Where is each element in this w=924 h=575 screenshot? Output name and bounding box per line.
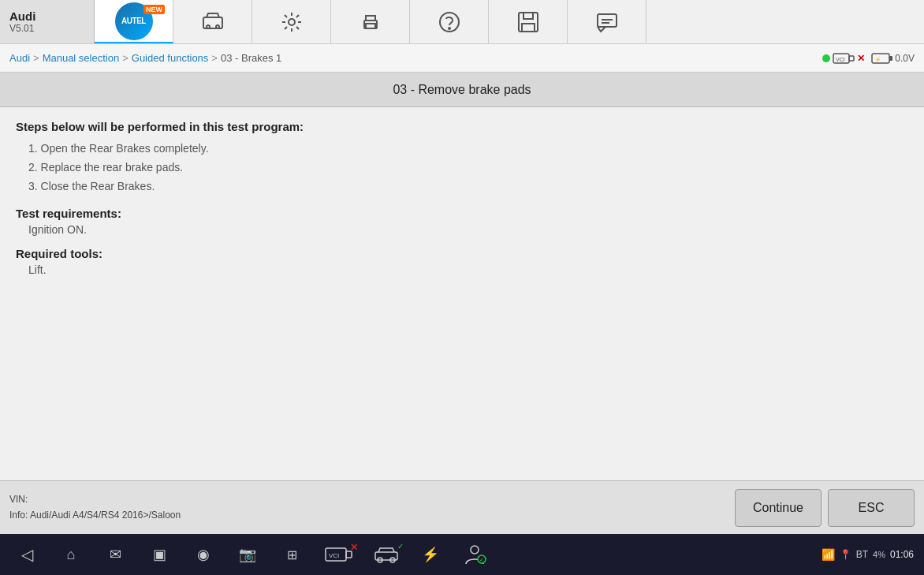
save-icon	[516, 9, 541, 35]
test-requirements-label: Test requirements:	[16, 207, 908, 220]
page-title: 03 - Remove brake pads	[393, 83, 531, 97]
breadcrumb-sep-1: >	[33, 52, 39, 64]
taskbar-browser-button[interactable]: ◉	[183, 537, 224, 572]
main-content: Steps below will be performed in this te…	[0, 107, 924, 480]
time-display: 01:06	[890, 549, 918, 560]
vci-connected-dot	[822, 54, 830, 62]
bluetooth-label: BT	[856, 549, 868, 560]
nav-scan-button[interactable]	[173, 0, 252, 43]
breadcrumb: Audi > Manual selection > Guided functio…	[9, 52, 281, 64]
taskbar-car-connected-dot: ✓	[397, 542, 404, 551]
required-tools-label: Required tools:	[16, 247, 908, 260]
action-bar: VIN: Info: Audi/Audi A4/S4/RS4 2016>/Sal…	[0, 480, 924, 534]
taskbar-vci-icon: VCI	[325, 546, 353, 563]
taskbar-apps-button[interactable]: ⊞	[271, 537, 312, 572]
vci-x-indicator: ✕	[857, 53, 865, 64]
breadcrumb-bar: Audi > Manual selection > Guided functio…	[0, 44, 924, 73]
taskbar-status: 📶 📍 BT 4% 01:06	[822, 548, 918, 561]
svg-point-1	[207, 25, 210, 28]
window-icon: ▣	[153, 546, 166, 563]
nav-help-button[interactable]	[410, 0, 489, 43]
taskbar-home-button[interactable]: ⌂	[50, 537, 91, 572]
svg-rect-18	[889, 56, 892, 61]
new-badge: NEW	[143, 5, 165, 14]
svg-rect-9	[523, 13, 533, 19]
taskbar-window-button[interactable]: ▣	[139, 537, 180, 572]
vin-label-row: VIN:	[9, 492, 181, 507]
wifi-icon: 📶	[822, 548, 835, 561]
battery-status: ⚡ 0.0V	[871, 52, 915, 65]
svg-point-26	[471, 546, 479, 554]
profile-icon: ✓	[463, 543, 486, 566]
apps-icon: ⊞	[287, 547, 297, 562]
browser-icon: ◉	[197, 546, 210, 563]
messages-icon	[594, 9, 620, 35]
test-requirements-value: Ignition ON.	[28, 223, 908, 236]
car-scan-icon	[200, 9, 225, 35]
taskbar-vci-x: ✕	[350, 542, 358, 553]
nav-print-button[interactable]	[331, 0, 410, 43]
esc-button[interactable]: ESC	[828, 489, 915, 527]
taskbar-car-button[interactable]: ✓	[366, 537, 407, 572]
taskbar-email-button[interactable]: ✉	[95, 537, 136, 572]
taskbar-profile-button[interactable]: ✓	[454, 537, 495, 572]
svg-text:VCI: VCI	[329, 552, 339, 559]
vin-info: VIN: Info: Audi/Audi A4/S4/RS4 2016>/Sal…	[9, 492, 181, 522]
svg-rect-10	[522, 24, 535, 32]
app-title-section: Audi V5.01	[0, 0, 95, 43]
vci-icon: VCI	[833, 51, 855, 65]
info-value: Info: Audi/Audi A4/S4/RS4 2016>/Saloon	[9, 510, 181, 521]
info-row: Info: Audi/Audi A4/S4/RS4 2016>/Saloon	[9, 508, 181, 523]
battery-voltage: 0.0V	[895, 53, 915, 64]
svg-point-3	[289, 19, 295, 25]
status-icons: VCI ✕ ⚡ 0.0V	[822, 51, 915, 65]
vci-status: VCI ✕	[822, 51, 865, 65]
svg-rect-15	[849, 56, 854, 61]
back-icon: ◁	[21, 545, 33, 564]
battery-icon: ⚡	[871, 52, 893, 65]
taskbar-back-button[interactable]: ◁	[6, 537, 47, 572]
taskbar-car-icon	[374, 546, 399, 563]
nav-home-button[interactable]: AUTEL NEW	[95, 0, 173, 43]
step-2: 2. Replace the rear brake pads.	[28, 159, 908, 177]
location-icon: 📍	[840, 549, 851, 560]
page-title-bar: 03 - Remove brake pads	[0, 73, 924, 107]
breadcrumb-sep-3: >	[211, 52, 218, 64]
help-icon	[437, 9, 462, 35]
breadcrumb-current: 03 - Brakes 1	[221, 52, 281, 64]
nav-settings-button[interactable]	[252, 0, 331, 43]
settings-icon	[279, 9, 304, 35]
taskbar-vci-button[interactable]: VCI ✕	[315, 537, 363, 572]
print-icon	[358, 9, 383, 35]
step-1: 1. Open the Rear Brakes completely.	[28, 140, 908, 159]
nav-icons-bar: AUTEL NEW	[95, 0, 924, 43]
app-name: Audi	[9, 9, 84, 23]
vin-label: VIN:	[9, 494, 28, 505]
required-tools-value: Lift.	[28, 263, 908, 276]
breadcrumb-manual-selection[interactable]: Manual selection	[43, 52, 120, 64]
svg-point-2	[216, 25, 219, 28]
home-icon: ⌂	[67, 547, 76, 563]
top-navigation: Audi V5.01 AUTEL NEW	[0, 0, 924, 44]
battery-percent: 4%	[873, 550, 885, 559]
continue-button[interactable]: Continue	[735, 489, 822, 527]
steps-header: Steps below will be performed in this te…	[16, 120, 908, 133]
svg-rect-5	[366, 24, 375, 28]
svg-text:VCI: VCI	[836, 57, 845, 62]
taskbar-camera-button[interactable]: 📷	[227, 537, 268, 572]
action-buttons: Continue ESC	[735, 489, 915, 527]
taskbar-diagnostics-button[interactable]: ⚡	[410, 537, 451, 572]
svg-text:⚡: ⚡	[874, 56, 881, 63]
app-version: V5.01	[9, 23, 84, 34]
camera-icon: 📷	[239, 546, 256, 563]
email-icon: ✉	[110, 546, 121, 563]
step-3: 3. Close the Rear Brakes.	[28, 177, 908, 196]
breadcrumb-sep-2: >	[122, 52, 129, 64]
breadcrumb-audi[interactable]: Audi	[9, 52, 30, 64]
breadcrumb-guided-functions[interactable]: Guided functions	[132, 52, 209, 64]
nav-messages-button[interactable]	[568, 0, 646, 43]
taskbar: ◁ ⌂ ✉ ▣ ◉ 📷 ⊞ VCI ✕ ✓ ⚡	[0, 534, 924, 575]
svg-text:✓: ✓	[479, 557, 484, 562]
nav-save-button[interactable]	[489, 0, 568, 43]
diagnostics-icon: ⚡	[422, 546, 439, 563]
